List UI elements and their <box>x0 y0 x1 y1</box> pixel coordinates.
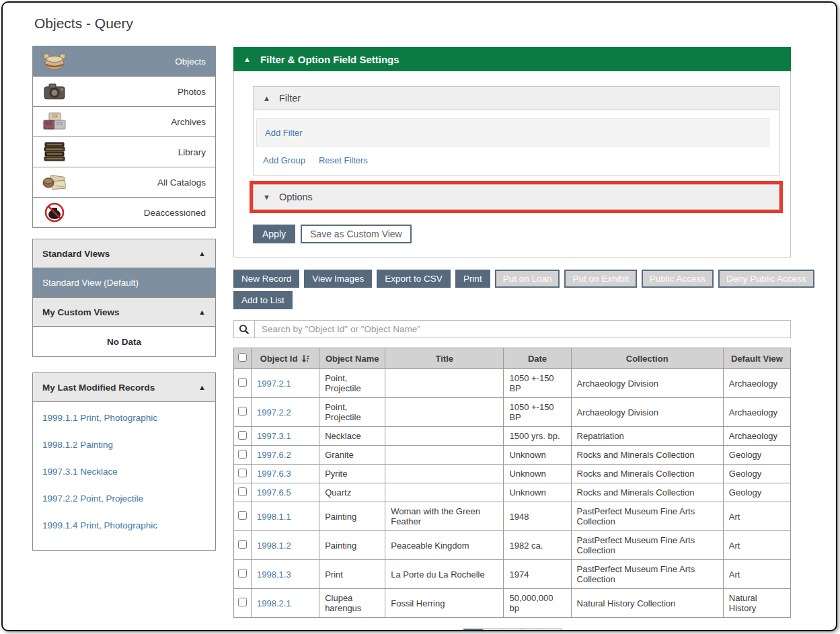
object-id-link[interactable]: 1997.6.2 <box>252 446 319 465</box>
table-header-row: Object Id Object Name Title Date Collect… <box>234 348 791 369</box>
last-modified-panel: My Last Modified Records ▲ 1999.1.1 Prin… <box>32 372 216 551</box>
select-all-checkbox[interactable] <box>238 353 247 362</box>
date-cell: 1050 +-150 BP <box>504 369 571 398</box>
print-button[interactable]: Print <box>455 270 490 288</box>
sidebar-item-all-catalogs[interactable]: All Catalogs <box>32 167 216 198</box>
table-row: 1997.2.2 Point, Projectile 1050 +-150 BP… <box>234 398 791 427</box>
object-name-cell: Pyrite <box>319 465 385 483</box>
last-modified-header[interactable]: My Last Modified Records ▲ <box>33 373 215 401</box>
last-modified-record-link[interactable]: 1999.1.1 Print, Photographic <box>42 413 206 423</box>
row-checkbox[interactable] <box>238 407 247 415</box>
catalogs-icon <box>33 171 76 194</box>
sidebar-item-archives[interactable]: Archives <box>32 107 216 137</box>
title-cell <box>385 369 504 398</box>
title-cell: Fossil Herring <box>385 589 504 618</box>
row-checkbox[interactable] <box>238 469 247 477</box>
row-checkbox[interactable] <box>238 487 247 496</box>
row-checkbox[interactable] <box>238 540 247 549</box>
column-header-collection[interactable]: Collection <box>571 348 723 369</box>
date-cell: Unknown <box>504 446 571 465</box>
row-checkbox[interactable] <box>238 431 247 440</box>
column-header-title[interactable]: Title <box>385 348 504 369</box>
object-id-link[interactable]: 1997.3.1 <box>252 427 319 446</box>
add-filter-link[interactable]: Add Filter <box>265 128 303 138</box>
table-row: 1998.2.1 Clupea harengus Fossil Herring … <box>234 589 791 618</box>
sort-icon <box>301 354 310 363</box>
last-modified-label: My Last Modified Records <box>42 383 155 393</box>
sidebar-item-deaccessioned[interactable]: Deaccessioned <box>32 198 216 228</box>
last-modified-record-link[interactable]: 1998.1.2 Painting <box>42 440 206 450</box>
sidebar-item-label: All Catalogs <box>76 177 215 188</box>
sidebar-item-label: Objects <box>76 56 215 67</box>
collection-cell: Repatriation <box>571 427 723 446</box>
object-id-link[interactable]: 1997.6.3 <box>252 465 319 483</box>
put-on-loan-button[interactable]: Put on Loan <box>495 270 560 288</box>
add-group-link[interactable]: Add Group <box>263 155 305 165</box>
last-modified-record-link[interactable]: 1997.2.2 Point, Projectile <box>42 493 206 504</box>
add-to-list-button[interactable]: Add to List <box>233 291 293 309</box>
my-custom-views-header[interactable]: My Custom Views ▲ <box>33 298 215 326</box>
options-section-header[interactable]: ▼ Options <box>253 184 779 210</box>
object-id-link[interactable]: 1997.2.2 <box>252 398 319 427</box>
column-header-object-name[interactable]: Object Name <box>319 348 385 369</box>
object-name-cell: Painting <box>319 531 385 560</box>
default-view-cell: Archaeology <box>723 369 790 398</box>
object-id-link[interactable]: 1998.2.1 <box>252 589 319 618</box>
view-images-button[interactable]: View Images <box>304 270 372 288</box>
pagination: 1 2 3 4 <box>463 629 562 631</box>
filter-section-header[interactable]: ▲ Filter <box>254 87 779 110</box>
last-modified-record-link[interactable]: 1997.3.1 Necklace <box>42 467 206 477</box>
put-on-exhibit-button[interactable]: Put on Exhibit <box>564 270 636 288</box>
apply-button[interactable]: Apply <box>253 225 295 243</box>
object-id-link[interactable]: 1997.6.5 <box>252 483 319 502</box>
row-checkbox[interactable] <box>238 511 247 520</box>
page-button-1[interactable]: 1 <box>463 629 483 631</box>
filter-section: ▲ Filter Add Filter Add Group Reset Filt… <box>253 86 779 175</box>
search-input[interactable] <box>255 321 790 338</box>
object-id-link[interactable]: 1997.2.1 <box>252 369 319 398</box>
page-size-select[interactable]: 10 <box>760 631 791 632</box>
public-access-button[interactable]: Public Access <box>642 270 714 288</box>
object-id-link[interactable]: 1998.1.3 <box>252 560 319 589</box>
row-checkbox[interactable] <box>238 450 247 459</box>
table-row: 1998.1.3 Print La Porte du La Rochelle 1… <box>234 560 791 589</box>
deny-public-access-button[interactable]: Deny Public Access <box>718 270 814 288</box>
page-button-3[interactable]: 3 <box>502 629 522 631</box>
page-button-2[interactable]: 2 <box>483 629 502 631</box>
reset-filters-link[interactable]: Reset Filters <box>319 155 368 165</box>
collapse-arrow-icon: ▲ <box>243 55 251 63</box>
column-header-default-view[interactable]: Default View <box>723 348 790 369</box>
row-checkbox[interactable] <box>238 378 247 387</box>
column-header-date[interactable]: Date <box>504 348 571 369</box>
object-name-cell: Point, Projectile <box>319 369 385 398</box>
collapse-arrow-icon: ▲ <box>198 249 206 257</box>
collapse-arrow-icon: ▲ <box>263 94 270 102</box>
last-modified-list: 1999.1.1 Print, Photographic 1998.1.2 Pa… <box>33 402 215 550</box>
date-cell: Unknown <box>504 465 571 483</box>
title-cell: Peaceable Kingdom <box>385 531 504 560</box>
view-item-standard-default[interactable]: Standard View (Default) <box>33 268 215 297</box>
sidebar-item-library[interactable]: Library <box>32 137 216 167</box>
object-id-link[interactable]: 1998.1.1 <box>252 502 319 531</box>
object-id-link[interactable]: 1998.1.2 <box>252 531 319 560</box>
last-modified-record-link[interactable]: 1999.1.4 Print, Photographic <box>42 520 206 530</box>
default-view-cell: Natural History <box>723 589 790 618</box>
save-as-custom-view-button[interactable]: Save as Custom View <box>301 225 412 243</box>
sidebar-item-photos[interactable]: Photos <box>32 77 216 107</box>
last-page-button[interactable] <box>541 629 561 631</box>
standard-views-header[interactable]: Standard Views ▲ <box>33 239 215 268</box>
collection-cell: PastPerfect Museum Fine Arts Collection <box>571 502 723 531</box>
title-cell <box>385 465 504 483</box>
page-button-4[interactable]: 4 <box>522 629 541 631</box>
new-record-button[interactable]: New Record <box>233 270 299 288</box>
collection-cell: PastPerfect Museum Fine Arts Collection <box>571 560 723 589</box>
sidebar-item-objects[interactable]: Objects <box>32 46 216 77</box>
row-checkbox[interactable] <box>238 598 247 606</box>
export-to-csv-button[interactable]: Export to CSV <box>377 270 451 288</box>
column-header-object-id[interactable]: Object Id <box>252 348 319 369</box>
page-title: Objects - Query <box>34 15 133 32</box>
date-cell: 1050 +-150 BP <box>504 398 571 427</box>
table-row: 1998.1.2 Painting Peaceable Kingdom 1982… <box>234 531 791 560</box>
filter-settings-header[interactable]: ▲ Filter & Option Field Settings <box>233 47 791 71</box>
row-checkbox[interactable] <box>238 569 247 578</box>
